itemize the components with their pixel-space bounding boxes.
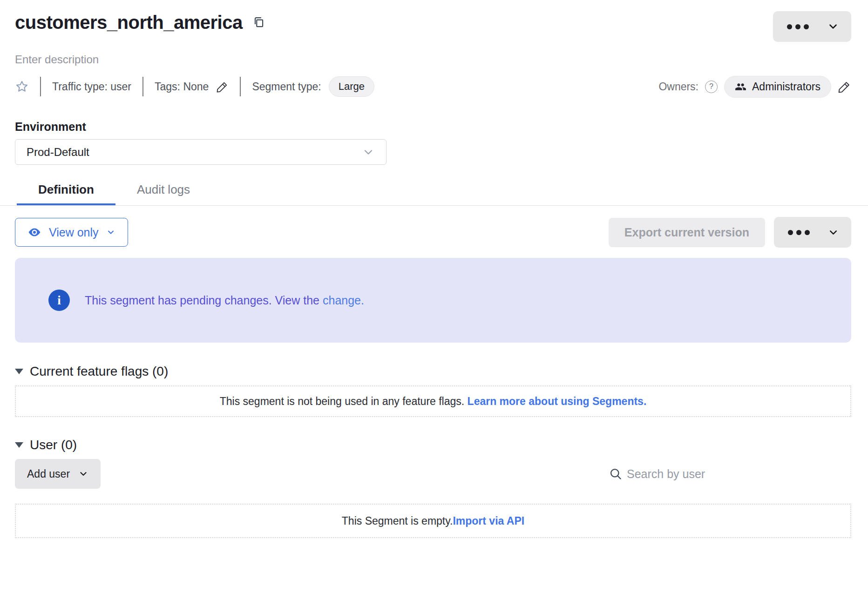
users-empty-text: This Segment is empty.: [342, 515, 453, 527]
meta-row: Traffic type: user Tags: None Segment ty: [15, 75, 851, 98]
pencil-icon: [838, 80, 851, 94]
users-section: User (0) Add user: [15, 438, 851, 538]
import-via-api-link[interactable]: Import via API: [453, 515, 524, 527]
flag-more-options-button[interactable]: [774, 217, 851, 248]
star-icon: [15, 80, 29, 94]
owners-value: Administrators: [752, 81, 821, 93]
edit-tags-button[interactable]: [216, 81, 229, 93]
environment-select[interactable]: Prod-Default: [15, 139, 387, 165]
view-only-button[interactable]: View only: [15, 218, 128, 247]
add-user-button[interactable]: Add user: [15, 459, 101, 489]
collapse-caret-icon: [15, 369, 23, 374]
favorite-button[interactable]: [15, 80, 29, 94]
tab-definition[interactable]: Definition: [17, 177, 115, 205]
chevron-down-icon: [362, 146, 375, 159]
collapse-caret-icon: [15, 442, 23, 448]
tab-definition-label: Definition: [38, 182, 94, 196]
definition-panel: View only Export current version i This …: [0, 217, 868, 538]
add-user-label: Add user: [27, 468, 70, 480]
divider: [240, 77, 241, 96]
owners-value-button[interactable]: Administrators: [724, 76, 831, 98]
user-search: [609, 467, 851, 481]
chevron-down-icon: [78, 469, 88, 479]
people-icon: [735, 81, 746, 93]
tab-audit-logs[interactable]: Audit logs: [115, 177, 211, 205]
feature-flags-section-header[interactable]: Current feature flags (0): [15, 364, 851, 379]
page-header: customers_north_america Enter descr: [0, 0, 868, 98]
segment-type-label: Segment type:: [252, 81, 321, 93]
segment-type-badge: Large: [329, 76, 374, 97]
more-options-icon: [785, 24, 810, 29]
tags-label: Tags: None: [155, 81, 209, 93]
users-empty-state: This Segment is empty.Import via API: [15, 504, 851, 538]
tab-audit-logs-label: Audit logs: [137, 182, 190, 196]
environment-label: Environment: [15, 120, 851, 134]
search-by-user-input[interactable]: [627, 467, 851, 481]
eye-icon: [27, 225, 41, 239]
pending-changes-banner: i This segment has pending changes. View…: [15, 258, 851, 343]
info-icon: i: [48, 290, 70, 311]
edit-owners-button[interactable]: [838, 80, 851, 94]
segment-detail-page: customers_north_america Enter descr: [0, 0, 868, 538]
copy-name-button[interactable]: [252, 16, 265, 29]
pencil-icon: [216, 81, 229, 93]
learn-more-link[interactable]: Learn more about using Segments.: [468, 395, 647, 407]
owners-label: Owners:: [658, 81, 698, 93]
header-more-options-button[interactable]: [773, 11, 851, 42]
divider: [142, 77, 143, 96]
flags-empty-text: This segment is not being used in any fe…: [220, 395, 468, 407]
copy-icon: [252, 16, 265, 29]
divider: [40, 77, 41, 96]
feature-flags-section: Current feature flags (0) This segment i…: [15, 364, 851, 417]
view-change-link[interactable]: change.: [323, 294, 364, 307]
tab-bar: Definition Audit logs: [0, 177, 868, 206]
users-section-header[interactable]: User (0): [15, 438, 851, 452]
help-icon[interactable]: ?: [705, 81, 718, 93]
users-section-title: User (0): [30, 438, 77, 452]
environment-section: Environment Prod-Default: [0, 120, 868, 165]
environment-selected-value: Prod-Default: [27, 146, 89, 159]
description-placeholder[interactable]: Enter description: [15, 53, 851, 66]
feature-flags-section-title: Current feature flags (0): [30, 364, 168, 379]
chevron-down-icon: [827, 227, 839, 238]
feature-flags-empty-state: This segment is not being used in any fe…: [15, 385, 851, 417]
view-only-label: View only: [49, 226, 99, 239]
chevron-down-icon: [827, 20, 839, 33]
traffic-type-label: Traffic type: user: [52, 81, 131, 93]
page-title: customers_north_america: [15, 11, 243, 34]
more-options-icon: [787, 230, 812, 235]
banner-text: This segment has pending changes. View t…: [85, 294, 323, 307]
search-icon: [609, 467, 622, 480]
export-current-version-button[interactable]: Export current version: [609, 218, 765, 247]
chevron-down-icon: [106, 228, 115, 237]
